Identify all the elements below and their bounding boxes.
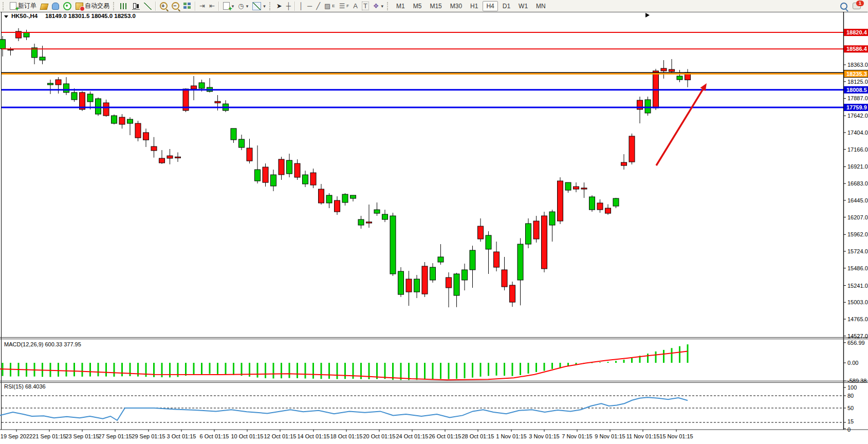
bar-chart-button[interactable] xyxy=(118,1,130,11)
chart-title: HK50-,H418149.0 18301.5 18045.0 18253.0 xyxy=(4,13,136,19)
tab-w1[interactable]: W1 xyxy=(515,1,531,11)
line-chart-button[interactable] xyxy=(142,1,154,11)
text-label-icon: T xyxy=(362,2,369,10)
candle-body xyxy=(239,139,245,147)
candle-body xyxy=(454,274,459,295)
fibonacci-icon: ☰ xyxy=(339,2,345,10)
price-tick-label: 16445.0 xyxy=(847,197,868,203)
trendline-tool-button[interactable]: ╱ xyxy=(314,1,322,11)
candle-body xyxy=(326,195,332,203)
candlestick-chart-button[interactable] xyxy=(130,1,142,11)
price-tick-label: 17887.0 xyxy=(847,95,868,101)
channel-tool-button[interactable]: ▨E xyxy=(322,1,337,11)
candle-body xyxy=(645,100,651,113)
candle-body xyxy=(191,86,197,89)
auto-scroll-button[interactable]: ⇥ xyxy=(197,1,207,11)
tab-m5[interactable]: M5 xyxy=(410,1,426,11)
crosshair-icon: ┼ xyxy=(286,2,291,10)
candle-body xyxy=(279,159,284,175)
price-badge-label: 18235.3 xyxy=(846,71,867,77)
time-axis-label: 29 Sep 01:15 xyxy=(132,433,165,439)
candle-body xyxy=(56,80,61,85)
candle-body xyxy=(486,235,491,249)
text-tool-button[interactable]: A xyxy=(351,1,360,11)
new-order-button[interactable]: 新订单 xyxy=(8,1,39,11)
tab-m1[interactable]: M1 xyxy=(393,1,409,11)
price-tick-label: 15962.0 xyxy=(847,231,868,237)
price-tick-label: 16683.0 xyxy=(847,180,868,187)
templates-button[interactable]: ▾ xyxy=(250,1,268,11)
crosshair-tool-button[interactable]: ┼ xyxy=(284,1,293,11)
top-toolbar: 新订单 自动交易 ⇥ ⇤ ▾ ◷▾ ▾ ➤ ┼ │ ─ ╱ ▨E ☰F A T … xyxy=(0,0,868,12)
toolbar-grip[interactable] xyxy=(113,2,117,10)
toolbar-grip[interactable] xyxy=(269,2,273,10)
search-icon[interactable] xyxy=(840,3,847,10)
ohlc-values-label: 18149.0 18301.5 18045.0 18253.0 xyxy=(45,13,136,19)
new-order-icon xyxy=(10,2,16,10)
candle-body xyxy=(167,156,173,158)
autotrade-button[interactable]: 自动交易 xyxy=(73,1,112,11)
toolbar-grip[interactable] xyxy=(3,2,6,10)
arrows-tool-button[interactable]: ❖▾ xyxy=(371,1,385,11)
price-badge-label: 18008.5 xyxy=(846,87,867,93)
chevron-down-icon: ▾ xyxy=(246,4,249,9)
auto-scroll-icon: ⇥ xyxy=(199,2,205,10)
tab-m15[interactable]: M15 xyxy=(426,1,445,11)
price-badge-label: 18586.4 xyxy=(846,46,867,52)
candle-body xyxy=(48,83,53,85)
indicators-button[interactable]: ▾ xyxy=(221,1,236,11)
tab-mn[interactable]: MN xyxy=(532,1,549,11)
fibonacci-tool-button[interactable]: ☰F xyxy=(337,1,352,11)
tab-h4[interactable]: H4 xyxy=(483,1,497,11)
candle-body xyxy=(494,252,500,267)
chart-shift-button[interactable]: ⇤ xyxy=(207,1,217,11)
candlestick-icon xyxy=(132,2,140,10)
hline-tool-button[interactable]: ─ xyxy=(305,1,314,11)
candle-body xyxy=(119,117,125,124)
signals-button[interactable] xyxy=(61,1,73,11)
trendline-icon: ╱ xyxy=(316,2,320,10)
vline-tool-button[interactable]: │ xyxy=(297,1,305,11)
price-tick-label: 15724.0 xyxy=(847,248,868,254)
time-axis-label: 28 Oct 01:15 xyxy=(462,433,494,439)
toolbar-grip[interactable] xyxy=(387,2,391,10)
tab-d1[interactable]: D1 xyxy=(499,1,514,11)
candle-body xyxy=(414,279,420,292)
zoom-out-button[interactable] xyxy=(170,1,181,11)
chart-window[interactable]: 18363.018125.017887.017642.017404.017166… xyxy=(0,12,868,444)
channel-icon: ▨ xyxy=(324,2,330,10)
symbol-period-label: HK50-,H4 xyxy=(11,13,38,19)
time-axis-label: 27 Sep 01:15 xyxy=(98,433,132,439)
periods-button[interactable]: ◷▾ xyxy=(236,1,250,11)
candle-body xyxy=(358,219,364,225)
tab-h1[interactable]: H1 xyxy=(467,1,482,11)
candle-body xyxy=(112,116,117,123)
bar-chart-icon xyxy=(120,3,128,9)
chevron-down-icon: ▾ xyxy=(263,4,266,9)
rsi-scale-label: 0 xyxy=(847,427,851,433)
community-button[interactable] xyxy=(50,1,61,11)
candle-body xyxy=(310,173,316,185)
horizontal-line-icon: ─ xyxy=(307,2,312,10)
candle-body xyxy=(40,57,45,60)
autotrade-label: 自动交易 xyxy=(85,2,109,10)
candle-body xyxy=(335,200,340,212)
profile-icon xyxy=(52,3,59,10)
price-chart[interactable]: 18363.018125.017887.017642.017404.017166… xyxy=(0,12,868,444)
chevron-down-icon: ▾ xyxy=(381,4,384,9)
market-button[interactable] xyxy=(39,1,50,11)
time-axis-label: 20 Oct 01:15 xyxy=(363,433,396,439)
vertical-line-icon: │ xyxy=(299,2,303,10)
tile-windows-button[interactable] xyxy=(181,1,193,11)
candle-body xyxy=(533,221,539,239)
cursor-tool-button[interactable]: ➤ xyxy=(274,1,284,11)
chat-icon[interactable]: 1 xyxy=(853,3,861,9)
tab-m30[interactable]: M30 xyxy=(447,1,466,11)
rsi-scale-label: 50 xyxy=(847,405,854,411)
zoom-in-button[interactable] xyxy=(158,1,170,11)
time-axis-label: 19 Sep 2022 xyxy=(1,433,32,439)
candle-body xyxy=(215,101,220,103)
candle-body xyxy=(669,69,675,71)
label-tool-button[interactable]: T xyxy=(360,1,371,11)
market-icon xyxy=(40,4,49,10)
